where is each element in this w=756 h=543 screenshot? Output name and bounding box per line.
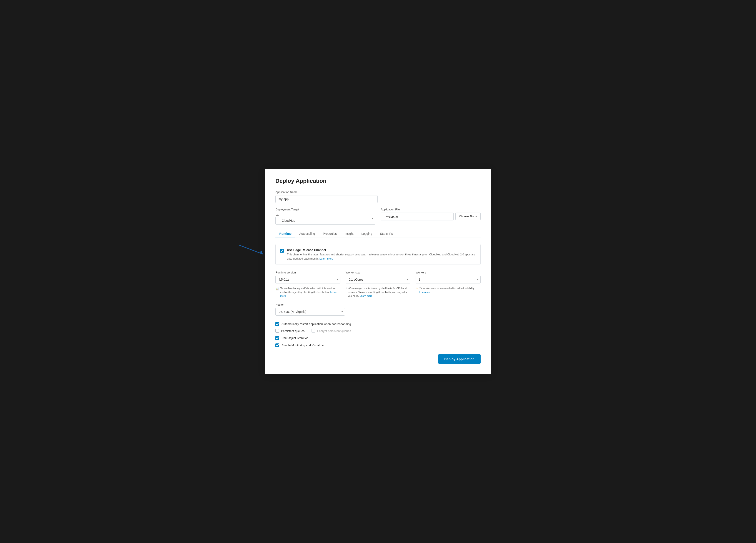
- svg-line-0: [239, 245, 263, 254]
- region-select[interactable]: US East (N. Virginia): [275, 308, 345, 316]
- monitoring-label: Enable Monitoring and Visualizer: [281, 344, 324, 347]
- workers-hint-text: 2+ workers are recommended for added rel…: [419, 286, 481, 294]
- workers-select-wrap: 1 ▾: [416, 276, 481, 283]
- workers-label: Workers: [416, 271, 481, 274]
- encrypt-persistent-label: Encrypt persistent queues: [317, 329, 351, 333]
- monitoring-checkbox[interactable]: [275, 343, 279, 347]
- choose-file-wrap: Choose File ▾: [455, 213, 481, 225]
- region-row: Region US East (N. Virginia) ▾: [275, 303, 481, 316]
- auto-restart-label: Automatically restart application when n…: [281, 322, 351, 326]
- runtime-version-select-wrap: 4.5.0:1e ▾: [275, 276, 340, 283]
- edge-channel-box: Use Edge Release Channel This channel ha…: [275, 244, 481, 265]
- app-file-label: Application File: [381, 208, 454, 211]
- edge-channel-title: Use Edge Release Channel: [287, 248, 476, 252]
- persistent-queues-label: Persistent queues: [281, 329, 305, 333]
- warning-icon: ⚠: [416, 287, 418, 294]
- edge-channel-learn-more-link[interactable]: Learn more: [319, 257, 333, 260]
- info-icon: ℹ: [346, 287, 347, 298]
- choose-file-button[interactable]: Choose File ▾: [455, 213, 481, 220]
- edge-channel-checkbox[interactable]: [280, 249, 284, 253]
- object-store-checkbox[interactable]: [275, 336, 279, 340]
- edge-channel-desc: This channel has the latest features and…: [287, 253, 476, 261]
- deployment-target-select[interactable]: CloudHub: [275, 217, 375, 225]
- tab-static-ips[interactable]: Static IPs: [376, 230, 397, 238]
- choose-file-label: Choose File: [459, 215, 474, 218]
- runtime-version-select[interactable]: 4.5.0:1e: [275, 276, 340, 283]
- worker-hint: ℹ vCore usage counts toward global limit…: [346, 286, 411, 298]
- edge-channel-text: Use Edge Release Channel This channel ha…: [287, 248, 476, 261]
- worker-size-select[interactable]: 0.1 vCores: [346, 276, 411, 283]
- worker-size-label: Worker size: [346, 271, 411, 274]
- target-file-row: Deployment Target ☁ CloudHub ▾ Applicati…: [275, 208, 481, 225]
- worker-size-col: Worker size 0.1 vCores ▾: [346, 271, 411, 283]
- runtime-version-col: Runtime version 4.5.0:1e ▾: [275, 271, 340, 283]
- app-file-input[interactable]: [381, 213, 454, 220]
- persistent-queues-checkbox-empty[interactable]: [275, 329, 279, 333]
- deployment-target-col: Deployment Target ☁ CloudHub ▾: [275, 208, 375, 225]
- app-name-label: Application Name: [275, 190, 481, 194]
- monitoring-row: Enable Monitoring and Visualizer: [275, 343, 481, 347]
- encrypt-persistent-checkbox-empty[interactable]: [311, 329, 315, 333]
- deploy-application-button[interactable]: Deploy Application: [438, 354, 481, 364]
- runtime-hint: 📊 To use Monitoring and Visualizer with …: [275, 286, 340, 298]
- object-store-row: Use Object Store v2: [275, 336, 481, 340]
- worker-hint-text: vCore usage counts toward global limits …: [348, 286, 411, 298]
- workers-hint: ⚠ 2+ workers are recommended for added r…: [416, 286, 481, 294]
- choose-file-chevron-icon: ▾: [475, 215, 477, 218]
- runtime-version-label: Runtime version: [275, 271, 340, 274]
- chart-icon: 📊: [275, 287, 279, 298]
- workers-col: Workers 1 ▾: [416, 271, 481, 283]
- deployment-target-select-wrap: ☁ CloudHub ▾: [275, 213, 375, 225]
- app-name-row: Application Name: [275, 190, 481, 203]
- tab-autoscaling[interactable]: Autoscaling: [295, 230, 319, 238]
- deployment-target-label: Deployment Target: [275, 208, 375, 211]
- tab-logging[interactable]: Logging: [357, 230, 376, 238]
- cloud-icon: ☁: [275, 213, 279, 217]
- worker-size-select-wrap: 0.1 vCores ▾: [346, 276, 411, 283]
- tab-insight[interactable]: Insight: [341, 230, 357, 238]
- svg-marker-1: [260, 251, 263, 254]
- persistent-queues-row: Persistent queues | Encrypt persistent q…: [275, 329, 481, 333]
- separator: |: [308, 329, 308, 333]
- workers-select[interactable]: 1: [416, 276, 481, 283]
- tab-content-runtime: Use Edge Release Channel This channel ha…: [275, 238, 481, 364]
- auto-restart-checkbox[interactable]: [275, 322, 279, 326]
- tabs-bar: Runtime Autoscaling Properties Insight L…: [275, 229, 481, 238]
- page-title: Deploy Application: [275, 178, 481, 184]
- workers-hint-col: ⚠ 2+ workers are recommended for added r…: [416, 285, 481, 298]
- footer-row: Deploy Application: [275, 354, 481, 364]
- object-store-label: Use Object Store v2: [281, 336, 308, 340]
- app-name-input[interactable]: [275, 195, 378, 203]
- app-file-input-wrap: Application File: [381, 208, 454, 225]
- worker-hint-col: ℹ vCore usage counts toward global limit…: [346, 285, 411, 298]
- worker-hint-learn-more-link[interactable]: Learn more: [360, 295, 372, 297]
- runtime-hint-text: To use Monitoring and Visualizer with th…: [280, 286, 340, 298]
- edge-channel-desc-text: This channel has the latest features and…: [287, 253, 405, 256]
- region-select-wrap: US East (N. Virginia) ▾: [275, 308, 345, 316]
- deploy-application-modal: Deploy Application Application Name Depl…: [265, 169, 491, 374]
- app-file-col: Application File Choose File ▾: [381, 208, 481, 225]
- runtime-selects-row: Runtime version 4.5.0:1e ▾ Worker size 0…: [275, 271, 481, 283]
- runtime-hint-col: 📊 To use Monitoring and Visualizer with …: [275, 285, 340, 298]
- edge-channel-desc-underline: three times a year: [405, 253, 427, 256]
- auto-restart-row: Automatically restart application when n…: [275, 322, 481, 326]
- tab-properties[interactable]: Properties: [319, 230, 341, 238]
- region-label: Region: [275, 303, 481, 306]
- tab-runtime[interactable]: Runtime: [275, 230, 295, 238]
- workers-hint-learn-more-link[interactable]: Learn more: [419, 291, 432, 293]
- hints-row: 📊 To use Monitoring and Visualizer with …: [275, 285, 481, 298]
- arrow-annotation: [237, 243, 267, 256]
